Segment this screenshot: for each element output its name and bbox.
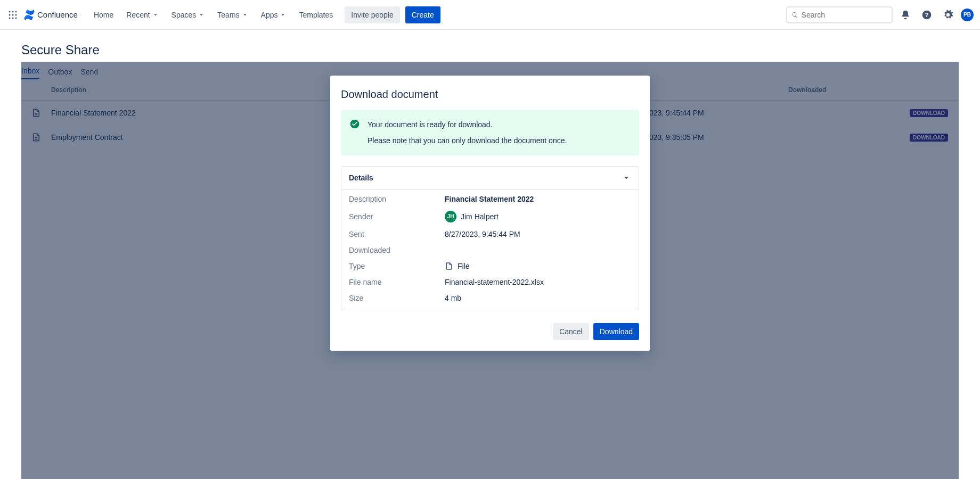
product-name: Confluence <box>37 10 78 19</box>
global-nav: Confluence Home Recent Spaces Teams Apps… <box>0 0 980 30</box>
create-button[interactable]: Create <box>405 6 440 23</box>
search-input[interactable] <box>802 11 887 19</box>
svg-point-0 <box>9 11 11 12</box>
label-downloaded: Downloaded <box>349 246 445 254</box>
label-sender: Sender <box>349 212 445 221</box>
nav-apps[interactable]: Apps <box>256 7 292 22</box>
page-title: Secure Share <box>21 43 959 57</box>
cancel-button[interactable]: Cancel <box>553 323 589 340</box>
label-filename: File name <box>349 278 445 286</box>
download-button[interactable]: Download <box>593 323 639 340</box>
nav-teams[interactable]: Teams <box>212 7 253 22</box>
success-banner: Your document is ready for download. Ple… <box>341 110 639 155</box>
app-switcher-icon[interactable] <box>6 9 19 21</box>
label-size: Size <box>349 294 445 302</box>
svg-point-3 <box>9 14 11 15</box>
file-icon <box>445 262 453 270</box>
nav-templates[interactable]: Templates <box>293 7 338 22</box>
svg-text:?: ? <box>925 11 928 18</box>
modal-title: Download document <box>341 88 639 101</box>
value-description: Financial Statement 2022 <box>445 195 631 203</box>
svg-point-5 <box>15 14 17 15</box>
chevron-down-icon <box>280 12 286 18</box>
svg-point-1 <box>12 11 14 12</box>
sender-avatar: JH <box>445 211 456 222</box>
value-sender: JH Jim Halpert <box>445 211 631 222</box>
confluence-logo[interactable]: Confluence <box>23 9 78 21</box>
chevron-down-icon <box>622 173 631 183</box>
label-description: Description <box>349 195 445 203</box>
banner-line2: Please note that you can only download t… <box>368 135 567 146</box>
label-sent: Sent <box>349 230 445 238</box>
settings-icon[interactable] <box>940 6 957 23</box>
banner-line1: Your document is ready for download. <box>368 119 567 130</box>
nav-spaces[interactable]: Spaces <box>166 7 210 22</box>
svg-point-4 <box>12 14 14 15</box>
svg-point-2 <box>15 11 17 12</box>
nav-recent[interactable]: Recent <box>121 7 164 22</box>
chevron-down-icon <box>198 12 205 18</box>
value-filename: Financial-statement-2022.xlsx <box>445 278 631 286</box>
check-circle-icon <box>349 119 360 129</box>
download-modal: Download document Your document is ready… <box>330 76 650 351</box>
search-icon <box>791 11 798 19</box>
svg-point-8 <box>15 17 17 19</box>
details-toggle[interactable]: Details <box>341 167 639 189</box>
value-size: 4 mb <box>445 294 631 302</box>
user-avatar[interactable]: PB <box>961 9 974 21</box>
value-type: File <box>445 262 631 270</box>
notifications-icon[interactable] <box>897 6 914 23</box>
nav-home[interactable]: Home <box>88 7 119 22</box>
chevron-down-icon <box>242 12 248 18</box>
svg-point-7 <box>12 17 14 19</box>
chevron-down-icon <box>152 12 159 18</box>
search-box[interactable] <box>786 6 893 23</box>
help-icon[interactable]: ? <box>918 6 935 23</box>
value-sent: 8/27/2023, 9:45:44 PM <box>445 230 631 238</box>
svg-point-6 <box>9 17 11 19</box>
label-type: Type <box>349 262 445 270</box>
invite-people-button[interactable]: Invite people <box>345 6 399 23</box>
details-card: Details Description Financial Statement … <box>341 166 639 310</box>
nav-items: Home Recent Spaces Teams Apps Templates … <box>88 6 440 23</box>
